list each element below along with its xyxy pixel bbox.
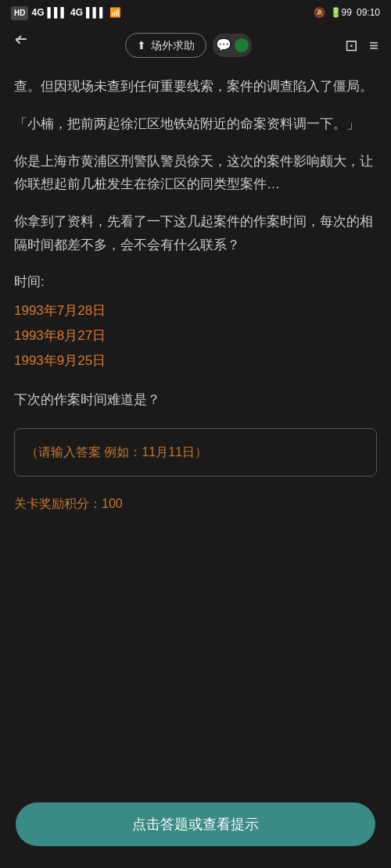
assist-icon: ⬆: [137, 37, 146, 54]
paragraph-4: 你拿到了资料，先看了一下这几起案件的作案时间，每次的相隔时间都差不多，会不会有什…: [14, 210, 377, 257]
question-text: 下次的作案时间难道是？: [14, 388, 377, 412]
bell-icon: 🔕: [314, 5, 325, 20]
main-content: 查。但因现场未查到任何重要线索，案件的调查陷入了僵局。 「小楠，把前两起徐汇区地…: [0, 66, 391, 646]
wechat-toggle[interactable]: 💬: [213, 34, 252, 57]
time-label: 时间:: [14, 271, 377, 292]
nav-center: ⬆ 场外求助 💬: [125, 33, 252, 58]
status-left: HD 4G ▌▌▌ 4G ▌▌▌ 📶: [11, 5, 121, 20]
time-display: 09:10: [357, 5, 380, 20]
signal-bars-1: ▌▌▌: [47, 5, 67, 20]
date-item-2: 1993年8月27日: [14, 323, 377, 348]
top-nav: ⬆ 场外求助 💬 ⊡ ≡: [0, 25, 391, 66]
share-icon[interactable]: ⊡: [345, 33, 358, 58]
answer-input-area[interactable]: （请输入答案 例如：11月11日）: [14, 428, 377, 476]
paragraph-3: 你是上海市黄浦区刑警队警员徐天，这次的案件影响颇大，让你联想起前几桩发生在徐汇区…: [14, 150, 377, 197]
battery-icon: 🔋99: [330, 5, 352, 20]
status-right: 🔕 🔋99 09:10: [314, 5, 380, 20]
action-button[interactable]: 点击答题或查看提示: [16, 802, 375, 846]
date-list: 1993年7月28日 1993年8月27日 1993年9月25日: [14, 298, 377, 374]
reward-text: 关卡奖励积分：100: [14, 494, 377, 514]
wechat-icon: 💬: [216, 35, 231, 55]
date-item-3: 1993年9月25日: [14, 348, 377, 373]
date-item-1: 1993年7月28日: [14, 298, 377, 323]
hd-badge: HD: [11, 6, 28, 20]
assist-button[interactable]: ⬆ 场外求助: [125, 33, 206, 58]
signal-bars-2: ▌▌▌: [86, 5, 106, 20]
input-placeholder: （请输入答案 例如：11月11日）: [26, 445, 207, 459]
quote-paragraph: 「小楠，把前两起徐汇区地铁站附近的命案资料调一下。」: [14, 113, 377, 136]
assist-label: 场外求助: [151, 37, 195, 54]
bottom-bar: 点击答题或查看提示: [0, 791, 391, 868]
status-bar: HD 4G ▌▌▌ 4G ▌▌▌ 📶 🔕 🔋99 09:10: [0, 0, 391, 25]
signal-4g-2: 4G: [70, 5, 83, 20]
wifi-icon: 📶: [109, 5, 121, 20]
back-button[interactable]: [13, 31, 31, 59]
toggle-dot: [235, 38, 249, 52]
signal-4g-1: 4G: [31, 5, 44, 20]
paragraph-1: 查。但因现场未查到任何重要线索，案件的调查陷入了僵局。: [14, 75, 377, 98]
nav-right: ⊡ ≡: [345, 33, 378, 58]
menu-icon[interactable]: ≡: [369, 33, 378, 58]
svg-rect-2: [16, 35, 22, 41]
